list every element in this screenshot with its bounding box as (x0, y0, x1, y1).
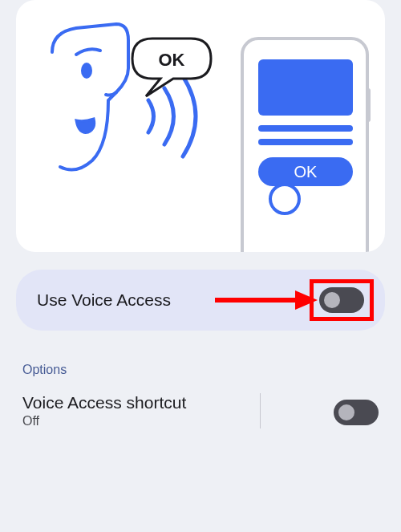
options-section-header: Options (22, 363, 401, 377)
svg-marker-9 (295, 290, 318, 310)
phone-button-text: OK (294, 163, 318, 181)
annotation-arrow-icon (215, 290, 319, 310)
voice-access-illustration: OK OK (16, 0, 385, 252)
shortcut-title: Voice Access shortcut (22, 393, 186, 412)
svg-rect-5 (258, 139, 353, 145)
svg-rect-2 (366, 88, 371, 122)
svg-point-0 (81, 63, 92, 79)
switch-thumb (324, 292, 340, 308)
svg-rect-4 (258, 125, 353, 132)
use-voice-access-switch[interactable] (319, 287, 364, 313)
svg-rect-3 (258, 59, 353, 116)
shortcut-text-group: Voice Access shortcut Off (22, 393, 186, 428)
use-voice-access-row: Use Voice Access (16, 270, 385, 331)
phone-illustration: OK (242, 39, 371, 252)
shortcut-status: Off (22, 414, 186, 428)
svg-point-7 (270, 185, 299, 213)
speech-bubble: OK (132, 39, 211, 96)
voice-access-shortcut-switch[interactable] (334, 400, 379, 425)
speech-bubble-text: OK (159, 50, 185, 70)
divider (260, 393, 261, 428)
switch-thumb (338, 404, 354, 420)
use-voice-access-label: Use Voice Access (37, 290, 171, 310)
voice-access-shortcut-row[interactable]: Voice Access shortcut Off (0, 377, 401, 428)
